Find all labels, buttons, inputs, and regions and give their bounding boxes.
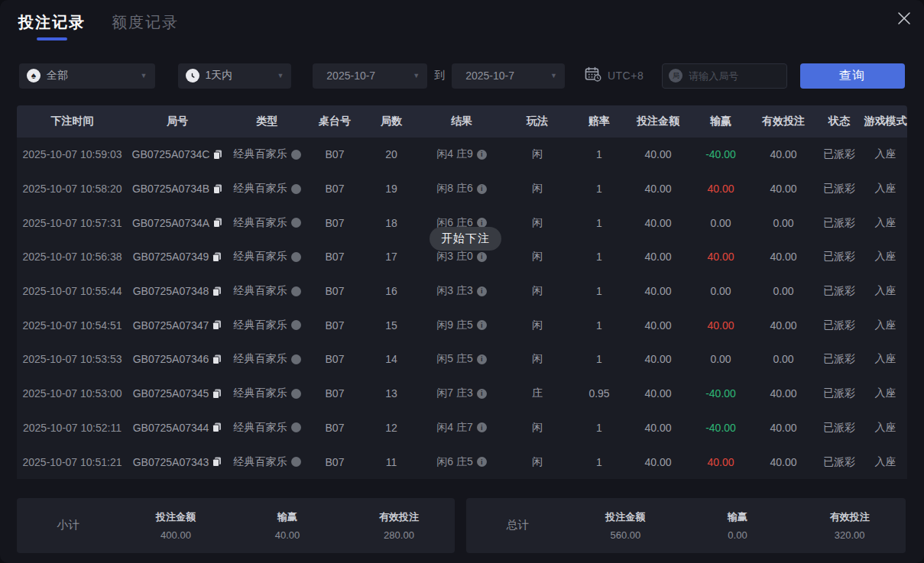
game-id-cell: GB0725A0734A [128,217,227,229]
game-logo-icon [291,184,301,194]
betting-records-modal: 投注记录 额度记录 ♠ 全部 ▼ 1天内 ▼ 2025-10-7 ▼ 到 [0,0,924,563]
info-icon[interactable]: i [477,389,487,399]
tab-quota-records[interactable]: 额度记录 [112,12,179,42]
game-type-cell: 经典百家乐 [227,216,307,230]
date-to-value: 2025-10-7 [459,70,550,82]
copy-icon[interactable] [213,184,222,194]
bet-amount-cell: 40.00 [627,217,689,229]
info-icon[interactable]: i [477,150,487,160]
info-icon[interactable]: i [477,457,487,467]
status-cell: 已派彩 [815,284,864,298]
column-header-0: 下注时间 [17,115,128,128]
column-header-8: 投注金额 [627,115,689,128]
game-mode-cell: 入座 [864,455,907,469]
copy-icon[interactable] [212,389,222,399]
bet-time-cell: 2025-10-07 10:53:53 [17,353,128,365]
game-type-cell: 经典百家乐 [227,455,307,469]
bet-amount-cell: 40.00 [627,422,689,434]
game-type-cell: 经典百家乐 [227,250,307,264]
result-cell: 闲3 庄0i [420,250,503,264]
filter-bar: ♠ 全部 ▼ 1天内 ▼ 2025-10-7 ▼ 到 2025-10-7 ▼ U… [19,63,905,89]
table-id-cell: B07 [307,285,362,297]
odds-cell: 1 [572,422,627,434]
info-icon[interactable]: i [477,422,487,432]
play-cell: 闲 [503,147,572,161]
rounds-cell: 19 [362,183,420,195]
status-cell: 已派彩 [815,147,864,161]
win-loss-cell: 0.00 [689,217,752,229]
game-mode-cell: 入座 [864,387,907,400]
close-icon[interactable] [895,9,913,28]
date-from-value: 2025-10-7 [320,70,413,82]
game-type-select[interactable]: ♠ 全部 ▼ [19,63,155,89]
table-id-cell: B07 [307,251,362,263]
table-id-cell: B07 [307,387,362,400]
table-id-cell: B07 [307,353,362,365]
win-loss-cell: 40.00 [689,319,752,332]
valid-bet-cell: 40.00 [752,183,815,195]
column-header-7: 赔率 [572,115,627,128]
info-icon[interactable]: i [477,184,487,194]
rounds-cell: 15 [362,319,420,332]
game-id-cell: GB0725A07347 [128,319,227,332]
subtotal-bet-amount: 投注金额 400.00 [120,510,232,541]
odds-cell: 1 [572,183,627,195]
table-row: 2025-10-07 10:55:44GB0725A07348经典百家乐B071… [17,274,907,309]
game-logo-icon [291,252,301,262]
date-from-select[interactable]: 2025-10-7 ▼ [313,63,427,89]
query-button[interactable]: 查询 [800,63,905,89]
copy-icon[interactable] [212,354,222,364]
result-cell: 闲4 庄9i [420,147,503,161]
copy-icon[interactable] [212,422,222,432]
copy-icon[interactable] [212,320,222,330]
table-id-cell: B07 [307,422,362,434]
valid-bet-cell: 40.00 [752,422,815,434]
game-id-search-input[interactable] [682,70,780,82]
win-loss-cell: 0.00 [689,353,752,365]
bet-time-cell: 2025-10-07 10:58:20 [17,183,128,195]
time-range-select[interactable]: 1天内 ▼ [178,63,292,89]
rounds-cell: 17 [362,251,420,263]
copy-icon[interactable] [213,218,222,228]
win-loss-cell: -40.00 [689,148,752,160]
game-mode-cell: 入座 [864,182,907,196]
status-cell: 已派彩 [815,250,864,264]
tab-betting-records-label: 投注记录 [18,14,86,31]
info-icon[interactable]: i [477,252,487,262]
date-to-select[interactable]: 2025-10-7 ▼ [452,63,565,89]
rounds-cell: 16 [362,285,420,297]
table-row: 2025-10-07 10:51:21GB0725A07343经典百家乐B071… [17,445,907,479]
info-icon[interactable]: i [477,320,487,330]
game-logo-icon [291,389,301,399]
odds-cell: 1 [572,285,627,297]
table-id-cell: B07 [307,183,362,195]
play-cell: 庄 [503,387,572,400]
status-cell: 已派彩 [815,216,864,230]
table-header-row: 下注时间局号类型桌台号局数结果玩法赔率投注金额输赢有效投注状态游戏模式 [17,105,907,138]
result-cell: 闲5 庄5i [420,352,503,366]
copy-icon[interactable] [213,150,222,160]
game-id-search-box: 局 [662,63,787,89]
copy-icon[interactable] [212,457,222,467]
game-mode-cell: 入座 [864,216,907,230]
info-icon[interactable]: i [477,286,487,296]
column-header-3: 桌台号 [307,115,362,128]
game-mode-cell: 入座 [864,352,907,366]
total-win-loss: 输赢 0.00 [682,510,794,541]
valid-bet-cell: 40.00 [752,387,815,400]
chevron-down-icon: ▼ [413,73,420,79]
game-type-cell: 经典百家乐 [227,182,307,196]
tab-betting-records[interactable]: 投注记录 [18,12,86,42]
result-cell: 闲3 庄3i [420,284,503,298]
valid-bet-cell: 40.00 [752,319,815,332]
result-cell: 闲9 庄5i [420,319,503,332]
subtotal-panel: 小计 投注金额 400.00 输赢 40.00 有效投注 280.00 [17,498,455,553]
game-logo-icon [291,218,301,228]
copy-icon[interactable] [212,252,222,262]
play-cell: 闲 [503,455,572,469]
info-icon[interactable]: i [477,354,487,364]
bet-amount-cell: 40.00 [627,183,689,195]
table-body: 2025-10-07 10:59:03GB0725A0734C经典百家乐B072… [17,138,907,479]
clock-icon [186,69,199,83]
copy-icon[interactable] [212,286,222,296]
